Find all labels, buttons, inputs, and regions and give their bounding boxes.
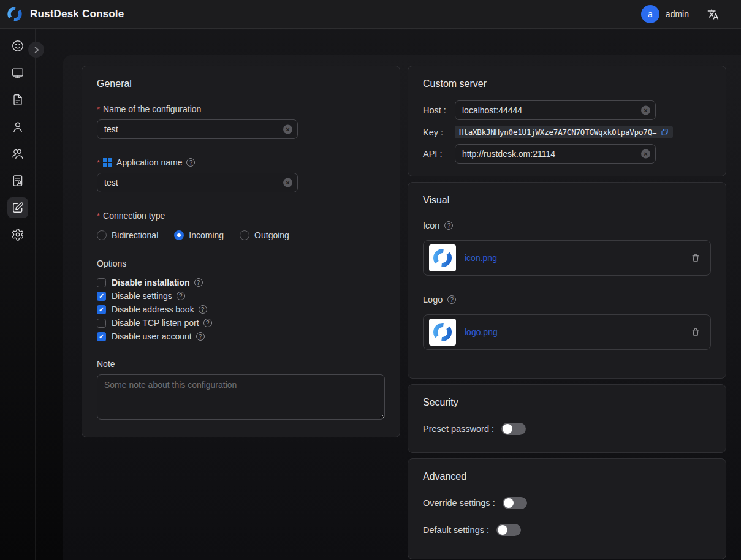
sidebar-item-users[interactable] bbox=[7, 143, 28, 164]
copy-icon[interactable] bbox=[661, 128, 669, 136]
edit-icon bbox=[11, 201, 25, 214]
default-settings-toggle[interactable] bbox=[496, 524, 521, 536]
custom-server-title: Custom server bbox=[423, 78, 711, 89]
security-title: Security bbox=[423, 397, 711, 408]
api-label: API : bbox=[423, 149, 455, 159]
logo-file-link[interactable]: logo.png bbox=[465, 327, 498, 337]
file-user-icon bbox=[11, 174, 25, 187]
sidebar-item-user[interactable] bbox=[7, 116, 28, 137]
file-icon bbox=[11, 93, 25, 107]
monitor-icon bbox=[11, 66, 25, 80]
radio-bidirectional[interactable]: Bidirectional bbox=[97, 230, 158, 240]
option-disable-user-account: Disable user account bbox=[97, 330, 385, 343]
preset-password-label: Preset password : bbox=[423, 424, 494, 434]
required-asterisk: * bbox=[97, 158, 100, 167]
general-title: General bbox=[97, 78, 385, 89]
trash-icon[interactable] bbox=[691, 253, 701, 263]
help-icon[interactable] bbox=[444, 221, 453, 230]
sidebar-item-monitor[interactable] bbox=[7, 62, 28, 83]
gear-icon bbox=[11, 228, 25, 241]
config-name-input[interactable] bbox=[97, 119, 298, 139]
radio-icon bbox=[174, 230, 184, 240]
windows-logo-icon bbox=[103, 158, 112, 167]
radio-icon bbox=[240, 230, 249, 240]
option-disable-settings: Disable settings bbox=[97, 289, 385, 303]
trash-icon[interactable] bbox=[691, 327, 701, 337]
security-panel: Security Preset password : bbox=[408, 384, 726, 453]
logo-label: Logo bbox=[423, 295, 443, 305]
user-icon bbox=[11, 120, 25, 134]
app-name-label: Application name bbox=[116, 157, 182, 167]
help-icon[interactable] bbox=[186, 158, 195, 167]
clear-icon[interactable] bbox=[283, 125, 292, 134]
custom-server-panel: Custom server Host : Key : HtaXBkJNHyn0e… bbox=[408, 66, 726, 176]
radio-outgoing[interactable]: Outgoing bbox=[240, 230, 289, 240]
connection-type-group: Bidirectional Incoming Outgoing bbox=[97, 230, 385, 240]
note-label: Note bbox=[97, 359, 115, 369]
advanced-panel: Advanced Override settings : Default set… bbox=[408, 458, 726, 559]
required-asterisk: * bbox=[97, 105, 100, 114]
checkbox-icon[interactable] bbox=[97, 319, 106, 328]
sidebar-item-settings[interactable] bbox=[7, 224, 28, 245]
rustdesk-logo-icon bbox=[6, 6, 23, 23]
config-name-label: Name of the configuration bbox=[103, 104, 201, 114]
sidebar bbox=[0, 29, 36, 560]
general-panel: General * Name of the configuration * bbox=[82, 66, 400, 437]
brand: RustDesk Console bbox=[6, 6, 124, 23]
checkbox-icon[interactable] bbox=[97, 278, 106, 287]
help-icon[interactable] bbox=[196, 332, 205, 341]
help-icon[interactable] bbox=[177, 292, 185, 300]
key-label: Key : bbox=[423, 127, 455, 137]
topbar: RustDesk Console a admin bbox=[0, 0, 741, 29]
radio-icon bbox=[97, 230, 107, 240]
preset-password-toggle[interactable] bbox=[501, 423, 526, 435]
translate-icon[interactable] bbox=[707, 9, 719, 20]
clear-icon[interactable] bbox=[641, 106, 650, 115]
icon-file-link[interactable]: icon.png bbox=[465, 253, 497, 263]
help-icon[interactable] bbox=[199, 305, 207, 314]
checkbox-icon[interactable] bbox=[97, 332, 106, 341]
sidebar-collapse-button[interactable] bbox=[28, 42, 44, 58]
checkbox-icon[interactable] bbox=[97, 305, 106, 314]
override-settings-toggle[interactable] bbox=[503, 497, 527, 509]
radio-incoming[interactable]: Incoming bbox=[174, 230, 224, 240]
api-input[interactable] bbox=[455, 144, 656, 164]
host-input[interactable] bbox=[455, 100, 656, 120]
override-settings-label: Override settings : bbox=[423, 498, 495, 508]
required-asterisk: * bbox=[97, 211, 100, 221]
user-name[interactable]: admin bbox=[666, 9, 689, 19]
icon-upload-card: icon.png bbox=[423, 240, 711, 276]
icon-preview-image bbox=[429, 244, 456, 271]
logo-preview-image bbox=[429, 319, 456, 346]
host-label: Host : bbox=[423, 105, 455, 115]
smiley-icon bbox=[11, 39, 25, 53]
help-icon[interactable] bbox=[447, 295, 456, 304]
option-disable-installation: Disable installation bbox=[97, 276, 385, 289]
clear-icon[interactable] bbox=[641, 149, 650, 159]
key-value: HtaXBkJNHyn0e1U1jWXze7A7CN7QTGWqxkOtpaVp… bbox=[459, 127, 656, 137]
connection-type-label: Connection type bbox=[103, 211, 165, 221]
logo-upload-card: logo.png bbox=[423, 314, 711, 350]
advanced-title: Advanced bbox=[423, 471, 711, 482]
default-settings-label: Default settings : bbox=[423, 525, 489, 535]
note-textarea[interactable] bbox=[97, 374, 385, 420]
help-icon[interactable] bbox=[203, 319, 212, 327]
clear-icon[interactable] bbox=[283, 178, 292, 187]
main-content: General * Name of the configuration * bbox=[63, 55, 741, 560]
checkbox-icon[interactable] bbox=[97, 292, 106, 301]
visual-title: Visual bbox=[423, 195, 711, 206]
help-icon[interactable] bbox=[194, 278, 203, 287]
app-title: RustDesk Console bbox=[30, 8, 124, 20]
options-label: Options bbox=[97, 259, 126, 268]
sidebar-item-file-user[interactable] bbox=[7, 170, 28, 191]
icon-label: Icon bbox=[423, 221, 439, 230]
sidebar-item-smiley[interactable] bbox=[7, 36, 28, 56]
option-disable-tcp-listen-port: Disable TCP listen port bbox=[97, 316, 385, 330]
option-disable-address-book: Disable address book bbox=[97, 303, 385, 316]
app-name-input[interactable] bbox=[97, 173, 298, 192]
users-icon bbox=[11, 147, 25, 161]
visual-panel: Visual Icon icon.png Logo bbox=[408, 182, 726, 379]
sidebar-item-edit[interactable] bbox=[7, 197, 28, 218]
sidebar-item-file[interactable] bbox=[7, 89, 28, 110]
user-avatar[interactable]: a bbox=[641, 5, 659, 23]
